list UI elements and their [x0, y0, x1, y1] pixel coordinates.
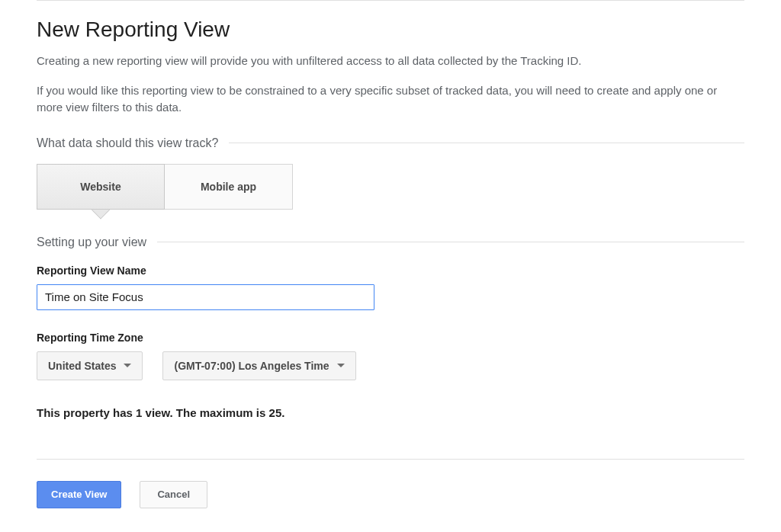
intro-paragraph-1: Creating a new reporting view will provi…	[37, 53, 744, 70]
country-select[interactable]: United States	[37, 351, 143, 380]
caret-down-icon	[337, 364, 345, 367]
view-name-label: Reporting View Name	[37, 264, 744, 277]
action-bar: Create View Cancel	[37, 481, 744, 531]
intro-paragraph-2: If you would like this reporting view to…	[37, 82, 744, 117]
create-view-button[interactable]: Create View	[37, 481, 121, 508]
timezone-select[interactable]: (GMT-07:00) Los Angeles Time	[162, 351, 355, 380]
bottom-divider	[37, 459, 744, 460]
caret-down-icon	[124, 364, 131, 367]
country-select-value: United States	[48, 360, 116, 372]
toggle-mobile-label: Mobile app	[201, 181, 256, 193]
track-section-rule	[229, 143, 744, 143]
track-section-label: What data should this view track?	[37, 136, 229, 150]
data-type-toggle: Website Mobile app	[37, 164, 744, 210]
page-title: New Reporting View	[37, 18, 744, 42]
cancel-button[interactable]: Cancel	[140, 481, 207, 508]
toggle-website[interactable]: Website	[37, 164, 165, 210]
toggle-mobile-app[interactable]: Mobile app	[165, 164, 293, 210]
setup-section-label: Setting up your view	[37, 236, 157, 249]
view-name-input[interactable]	[37, 284, 374, 310]
setup-section-header: Setting up your view	[37, 236, 744, 249]
timezone-select-value: (GMT-07:00) Los Angeles Time	[174, 360, 329, 372]
top-divider	[37, 0, 744, 1]
setup-section-rule	[157, 242, 744, 242]
timezone-label: Reporting Time Zone	[37, 332, 744, 344]
view-count-notice: This property has 1 view. The maximum is…	[37, 406, 744, 419]
toggle-website-label: Website	[80, 181, 121, 193]
track-section-header: What data should this view track?	[37, 136, 744, 150]
